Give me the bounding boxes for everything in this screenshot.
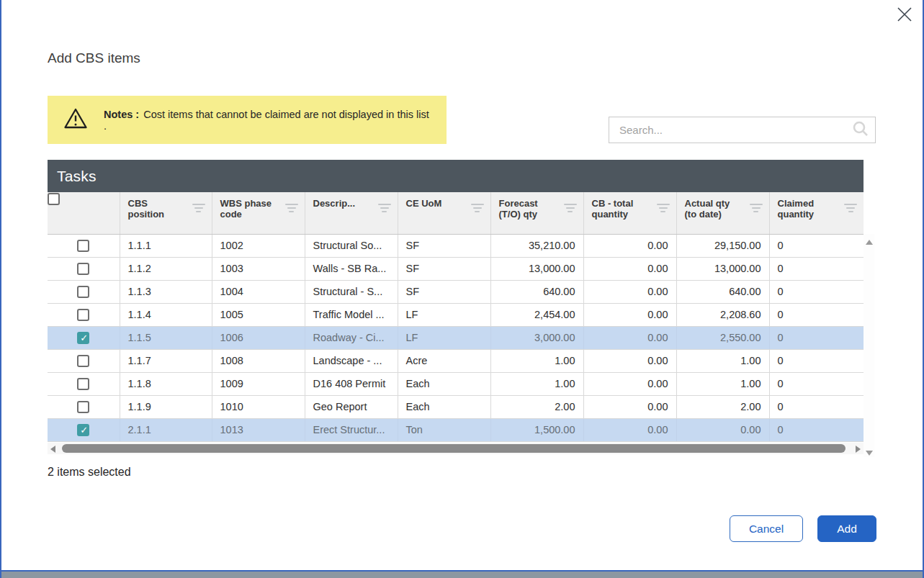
cell-cb-total-quantity: 0.00 xyxy=(583,257,676,280)
table-row[interactable]: 1.1.1 1002 Structural So... SF 35,210.00… xyxy=(48,234,864,257)
cell-ce-uom: Each xyxy=(398,395,490,418)
cell-claimed-quantity: 0 xyxy=(769,303,864,326)
filter-icon[interactable] xyxy=(656,204,670,212)
cell-ce-uom: Acre xyxy=(398,349,490,372)
column-header-wbs-phase-code: WBS phase code xyxy=(220,199,272,220)
table-row[interactable]: 1.1.2 1003 Walls - SB Ra... SF 13,000.00… xyxy=(48,257,864,280)
cell-forecast-qty: 640.00 xyxy=(490,280,583,303)
cell-claimed-quantity: 0 xyxy=(769,418,864,441)
close-icon[interactable] xyxy=(894,4,915,25)
table-row-selected[interactable]: 2.1.1 1013 Erect Structur... Ton 1,500.0… xyxy=(48,418,864,441)
table-row[interactable]: 1.1.7 1008 Landscape - ... Acre 1.00 0.0… xyxy=(48,349,864,372)
cell-forecast-qty: 2,454.00 xyxy=(490,303,583,326)
cell-cbs-position: 1.1.2 xyxy=(120,257,212,280)
page-title: Add CBS items xyxy=(48,50,140,66)
table-row[interactable]: 1.1.3 1004 Structural - S... SF 640.00 0… xyxy=(48,280,864,303)
scroll-right-icon[interactable] xyxy=(856,446,861,453)
column-header-cbs-position: CBS position xyxy=(128,199,180,220)
cell-forecast-qty: 35,210.00 xyxy=(490,234,583,257)
cell-ce-uom: Ton xyxy=(398,418,490,441)
select-all-checkbox[interactable] xyxy=(48,193,60,205)
cell-ce-uom: SF xyxy=(398,257,490,280)
horizontal-scrollbar-thumb[interactable] xyxy=(62,444,845,453)
page-edge-left xyxy=(0,0,1,578)
cell-wbs-phase-code: 1010 xyxy=(212,395,305,418)
cell-description: Landscape - ... xyxy=(305,349,398,372)
search-input[interactable] xyxy=(609,124,852,136)
row-checkbox-checked[interactable] xyxy=(77,332,89,344)
filter-icon[interactable] xyxy=(377,204,392,212)
cell-actual-qty: 2,208.60 xyxy=(676,303,769,326)
table-row[interactable]: 1.1.9 1010 Geo Report Each 2.00 0.00 2.0… xyxy=(48,395,864,418)
filter-icon[interactable] xyxy=(749,204,763,212)
cell-ce-uom: SF xyxy=(398,280,490,303)
cell-wbs-phase-code: 1003 xyxy=(212,257,305,280)
cell-claimed-quantity: 0 xyxy=(769,280,864,303)
cell-description: Erect Structur... xyxy=(305,418,398,441)
row-checkbox-checked[interactable] xyxy=(77,424,89,436)
search-icon[interactable] xyxy=(852,120,869,140)
cell-cbs-position: 2.1.1 xyxy=(120,418,212,441)
cell-actual-qty: 2,550.00 xyxy=(676,326,769,349)
cell-actual-qty: 2.00 xyxy=(676,395,769,418)
cell-cb-total-quantity: 0.00 xyxy=(583,234,676,257)
cell-actual-qty: 0.00 xyxy=(676,418,769,441)
background-page-strip xyxy=(0,570,924,578)
cell-claimed-quantity: 0 xyxy=(769,349,864,372)
cell-description: Traffic Model ... xyxy=(305,303,398,326)
filter-icon[interactable] xyxy=(470,204,485,212)
column-header-description: Descrip... xyxy=(313,199,356,209)
cell-claimed-quantity: 0 xyxy=(769,326,864,349)
cell-ce-uom: Each xyxy=(398,372,490,395)
notes-text: Notes : Cost items that cannot be claime… xyxy=(104,109,434,132)
row-checkbox[interactable] xyxy=(77,286,89,298)
tasks-grid: Tasks CBS position WBS phase code Descri… xyxy=(48,160,874,454)
notes-banner: Notes : Cost items that cannot be claime… xyxy=(48,96,447,144)
row-checkbox[interactable] xyxy=(77,263,89,275)
column-header-ce-uom: CE UoM xyxy=(406,199,442,209)
cell-actual-qty: 29,150.00 xyxy=(676,234,769,257)
filter-icon[interactable] xyxy=(843,204,858,212)
cell-wbs-phase-code: 1005 xyxy=(212,303,305,326)
cell-cbs-position: 1.1.9 xyxy=(120,395,212,418)
cell-ce-uom: LF xyxy=(398,326,490,349)
table-row-selected[interactable]: 1.1.5 1006 Roadway - Ci... LF 3,000.00 0… xyxy=(48,326,864,349)
cell-wbs-phase-code: 1013 xyxy=(212,418,305,441)
cell-cb-total-quantity: 0.00 xyxy=(583,395,676,418)
row-checkbox[interactable] xyxy=(77,401,89,413)
filter-icon[interactable] xyxy=(563,204,578,212)
scroll-down-icon[interactable] xyxy=(866,451,873,456)
cell-actual-qty: 640.00 xyxy=(676,280,769,303)
row-checkbox[interactable] xyxy=(77,240,89,252)
vertical-scrollbar[interactable] xyxy=(864,234,874,457)
scroll-up-icon[interactable] xyxy=(866,240,873,245)
filter-icon[interactable] xyxy=(192,204,206,212)
row-checkbox[interactable] xyxy=(77,378,89,390)
cell-description: D16 408 Permit xyxy=(305,372,398,395)
cell-claimed-quantity: 0 xyxy=(769,257,864,280)
cell-wbs-phase-code: 1008 xyxy=(212,349,305,372)
row-checkbox[interactable] xyxy=(77,309,89,321)
grid-caption: Tasks xyxy=(48,160,864,192)
cell-forecast-qty: 1.00 xyxy=(490,372,583,395)
column-header-cb-total-quantity: CB - total quantity xyxy=(592,199,644,220)
search-box xyxy=(609,117,876,143)
filter-icon[interactable] xyxy=(284,204,299,212)
cell-forecast-qty: 2.00 xyxy=(490,395,583,418)
scroll-left-icon[interactable] xyxy=(50,446,55,453)
table-row[interactable]: 1.1.4 1005 Traffic Model ... LF 2,454.00… xyxy=(48,303,864,326)
add-button[interactable]: Add xyxy=(817,515,876,542)
cell-actual-qty: 1.00 xyxy=(676,349,769,372)
column-header-claimed-quantity: Claimed quantity xyxy=(778,199,830,220)
row-checkbox[interactable] xyxy=(77,355,89,367)
table-row[interactable]: 1.1.8 1009 D16 408 Permit Each 1.00 0.00… xyxy=(48,372,864,395)
cell-cbs-position: 1.1.3 xyxy=(120,280,212,303)
cancel-button[interactable]: Cancel xyxy=(730,515,803,542)
tasks-table: CBS position WBS phase code Descrip... C… xyxy=(48,192,864,442)
cell-description: Structural So... xyxy=(305,234,398,257)
horizontal-scrollbar[interactable] xyxy=(48,443,864,454)
cell-cbs-position: 1.1.1 xyxy=(120,234,212,257)
cell-cb-total-quantity: 0.00 xyxy=(583,280,676,303)
cell-wbs-phase-code: 1002 xyxy=(212,234,305,257)
cell-actual-qty: 1.00 xyxy=(676,372,769,395)
